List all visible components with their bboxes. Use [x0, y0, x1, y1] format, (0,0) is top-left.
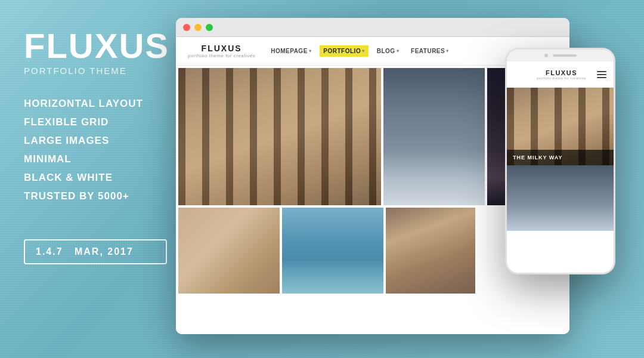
nav-homepage[interactable]: HOMEPAGE ▾	[267, 45, 315, 57]
maximize-dot[interactable]	[206, 24, 213, 31]
brand-title: FLUXUS	[24, 29, 167, 63]
site-logo: FLUXUS portfolio theme for creatives	[188, 44, 255, 58]
chevron-down-icon: ▾	[397, 48, 400, 54]
chevron-down-icon: ▾	[446, 48, 449, 54]
portfolio-image-woman-columns	[178, 68, 381, 205]
grid-cell-ocean	[282, 208, 383, 294]
camera-dot	[544, 54, 548, 57]
grid-cell-partial	[386, 208, 475, 294]
feature-item: LARGE IMAGES	[24, 135, 167, 146]
chevron-down-icon: ▾	[362, 48, 365, 54]
chevron-down-icon: ▾	[309, 48, 312, 54]
browser-titlebar	[176, 18, 569, 37]
site-nav-links: HOMEPAGE ▾ PORTFOLIO ▾ BLOG ▾ FEATURES ▾	[267, 45, 518, 57]
speaker-bar	[553, 54, 577, 57]
feature-item: BLACK & WHITE	[24, 172, 167, 183]
version-badge: 1.4.7 MAR, 2017	[24, 239, 167, 264]
hamburger-bar-1	[597, 71, 606, 72]
version-date: MAR, 2017	[75, 246, 134, 257]
features-list: HORIZONTAL LAYOUT FLEXIBLE GRID LARGE IM…	[24, 98, 167, 209]
portfolio-image-ocean	[282, 208, 383, 294]
mobile-image-caption: THE MILKY WAY	[507, 150, 614, 165]
mobile-logo-tagline: portfolio theme for creatives	[537, 76, 586, 80]
feature-item: TRUSTED BY 5000+	[24, 191, 167, 201]
mobile-logo-name: FLUXUS	[537, 69, 586, 76]
site-logo-name: FLUXUS	[188, 44, 255, 53]
nav-blog[interactable]: BLOG ▾	[373, 45, 402, 57]
feature-item: HORIZONTAL LAYOUT	[24, 98, 167, 109]
left-panel: FLUXUS PORTFOLIO THEME HORIZONTAL LAYOUT…	[0, 0, 185, 358]
hamburger-bar-3	[597, 77, 606, 78]
portfolio-image-book	[178, 208, 280, 294]
mobile-nav: FLUXUS portfolio theme for creatives	[507, 61, 614, 88]
mobile-speaker	[507, 50, 614, 61]
close-dot[interactable]	[183, 24, 190, 31]
grid-cell-stormy	[383, 68, 485, 205]
mobile-portfolio-item-2[interactable]	[507, 165, 614, 231]
grid-cell-large	[178, 68, 381, 205]
site-logo-tagline: portfolio theme for creatives	[188, 53, 255, 58]
hamburger-bar-2	[597, 74, 606, 75]
portfolio-image-partial	[386, 208, 475, 294]
brand-subtitle: PORTFOLIO THEME	[24, 66, 167, 76]
feature-item: MINIMAL	[24, 154, 167, 164]
minimize-dot[interactable]	[194, 24, 202, 31]
grid-cell-book	[178, 208, 280, 294]
mobile-portfolio-item-1[interactable]: THE MILKY WAY	[507, 88, 614, 165]
mobile-mockup: FLUXUS portfolio theme for creatives THE…	[505, 48, 615, 274]
nav-features[interactable]: FEATURES ▾	[407, 45, 453, 57]
mobile-image-ocean	[507, 165, 614, 231]
mobile-content: THE MILKY WAY	[507, 88, 614, 231]
portfolio-image-stormy-sea	[383, 68, 485, 205]
version-number: 1.4.7	[36, 246, 63, 257]
feature-item: FLEXIBLE GRID	[24, 117, 167, 127]
nav-portfolio[interactable]: PORTFOLIO ▾	[320, 45, 368, 57]
hamburger-icon[interactable]	[597, 71, 606, 78]
mobile-logo: FLUXUS portfolio theme for creatives	[537, 69, 586, 80]
